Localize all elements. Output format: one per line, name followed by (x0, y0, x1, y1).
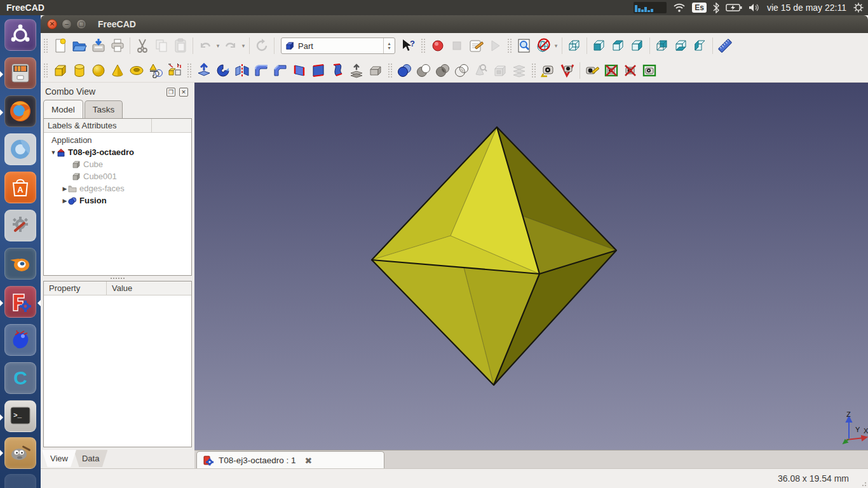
tab-data[interactable]: Data (74, 450, 107, 467)
part-primitives-button[interactable] (146, 60, 165, 81)
view-rear-button[interactable] (653, 36, 672, 56)
refresh-button[interactable] (252, 36, 271, 56)
system-monitor-icon[interactable] (634, 2, 667, 13)
window-close-button[interactable]: ✕ (47, 19, 57, 29)
launcher-item-terminal[interactable]: >_ (4, 400, 36, 432)
part-sphere-button[interactable] (89, 60, 108, 81)
launcher-item-blender[interactable] (4, 248, 36, 280)
view-top-button[interactable] (609, 36, 628, 56)
toolbar-handle[interactable] (388, 64, 392, 78)
tree-item-edges-faces[interactable]: ▶ edges-faces (44, 182, 191, 194)
toolbar-handle[interactable] (532, 64, 536, 78)
cut-button[interactable] (133, 36, 152, 56)
session-gear-icon[interactable] (853, 2, 864, 13)
view-bottom-button[interactable] (672, 36, 691, 56)
redo-button[interactable] (221, 36, 240, 56)
check-geometry-button[interactable] (471, 60, 491, 81)
octahedron-model[interactable]: Z Y X (194, 83, 868, 450)
launcher-item-meshlab[interactable] (4, 324, 36, 356)
part-revolve-button[interactable] (214, 60, 233, 81)
tree-item-document[interactable]: ▼ T08-ej3-octaedro (44, 146, 191, 158)
copy-button[interactable] (152, 36, 171, 56)
measure-toggle-3d-button[interactable] (640, 60, 659, 81)
launcher-item-system-settings[interactable] (4, 210, 36, 241)
menubar-app-title[interactable]: FreeCAD (6, 3, 44, 13)
window-maximize-button[interactable]: ▢ (76, 19, 86, 29)
wifi-icon[interactable] (673, 3, 686, 13)
boolean-cut-button[interactable] (414, 60, 433, 81)
paste-button[interactable] (171, 36, 190, 56)
measure-clear-all-button[interactable] (602, 60, 621, 81)
panel-close-button[interactable]: ✕ (179, 88, 188, 97)
part-ruled-surface-button[interactable] (309, 60, 328, 81)
print-button[interactable] (108, 36, 127, 56)
launcher-item-firefox[interactable] (4, 95, 36, 127)
undo-button[interactable] (196, 36, 215, 56)
boolean-union-button[interactable] (395, 60, 414, 81)
boolean-xor-button[interactable] (452, 60, 471, 81)
part-chamfer-button[interactable] (271, 60, 290, 81)
open-folder-button[interactable] (70, 36, 89, 56)
part-extrude-button[interactable] (194, 60, 214, 81)
fit-all-button[interactable] (515, 36, 534, 56)
part-thickness-button[interactable] (366, 60, 385, 81)
workbench-selector-spinner[interactable]: ▴▾ (383, 38, 395, 53)
measure-refresh-button[interactable] (583, 60, 602, 81)
window-titlebar[interactable]: ✕ – ▢ FreeCAD (41, 15, 868, 33)
cross-sections-button[interactable] (510, 60, 529, 81)
tab-model[interactable]: Model (43, 100, 83, 118)
toolbar-handle[interactable] (421, 39, 425, 53)
draw-style-dropdown-caret[interactable]: ▾ (553, 36, 559, 56)
part-fillet-button[interactable] (252, 60, 271, 81)
macro-stop-button[interactable] (447, 36, 466, 56)
macro-edit-button[interactable] (466, 36, 485, 56)
measure-angular-button[interactable] (558, 60, 577, 81)
tree-item-cube[interactable]: Cube (44, 158, 191, 170)
window-minimize-button[interactable]: – (62, 19, 72, 29)
expander-down-icon[interactable]: ▼ (50, 149, 57, 156)
launcher-item-dash[interactable] (4, 19, 36, 51)
view-left-button[interactable] (691, 36, 710, 56)
part-shape-builder-button[interactable] (165, 60, 184, 81)
launcher-item-gimp[interactable] (4, 437, 36, 469)
part-cone-button[interactable] (108, 60, 127, 81)
document-tab-close-icon[interactable]: ✖ (305, 456, 313, 466)
whats-this-button[interactable]: ? (399, 36, 418, 56)
expander-right-icon[interactable]: ▶ (62, 186, 68, 192)
new-document-button[interactable] (51, 36, 70, 56)
3d-viewport[interactable]: Z Y X (194, 83, 868, 450)
launcher-item-chromium[interactable] (4, 133, 36, 165)
part-make-face-button[interactable] (290, 60, 309, 81)
part-box-button[interactable] (51, 60, 70, 81)
macro-play-button[interactable] (485, 36, 505, 56)
launcher-item-c-app[interactable]: C (4, 362, 36, 394)
tab-tasks[interactable]: Tasks (85, 100, 123, 118)
toolbar-handle[interactable] (44, 39, 48, 53)
resize-grip[interactable] (859, 479, 867, 487)
property-column-header[interactable]: Property (44, 281, 107, 295)
battery-icon[interactable] (726, 3, 742, 12)
launcher-item-freecad[interactable] (4, 286, 36, 318)
save-document-button[interactable] (89, 36, 108, 56)
part-cylinder-button[interactable] (70, 60, 89, 81)
view-right-button[interactable] (628, 36, 647, 56)
launcher-item-folded[interactable] (4, 474, 36, 488)
view-front-button[interactable] (590, 36, 609, 56)
part-offset-button[interactable] (347, 60, 366, 81)
part-loft-button[interactable] (328, 60, 347, 81)
tree-item-cube001[interactable]: Cube001 (44, 170, 191, 182)
draw-style-button[interactable] (534, 36, 553, 56)
property-table-body[interactable] (44, 295, 191, 447)
document-tab[interactable]: T08-ej3-octaedro : 1 ✖ (196, 451, 384, 469)
view-axonometric-button[interactable] (565, 36, 584, 56)
toolbar-handle[interactable] (187, 64, 191, 78)
bluetooth-icon[interactable] (713, 3, 719, 13)
measure-toggle-all-button[interactable] (621, 60, 640, 81)
toolbar-handle[interactable] (44, 64, 48, 78)
expander-right-icon[interactable]: ▶ (62, 198, 68, 204)
undo-dropdown-caret[interactable]: ▾ (215, 36, 221, 56)
panel-float-button[interactable]: ❐ (166, 88, 175, 97)
panel-splitter[interactable] (43, 276, 192, 280)
measure-linear-button[interactable] (539, 60, 558, 81)
measure-distance-button[interactable] (715, 36, 735, 56)
